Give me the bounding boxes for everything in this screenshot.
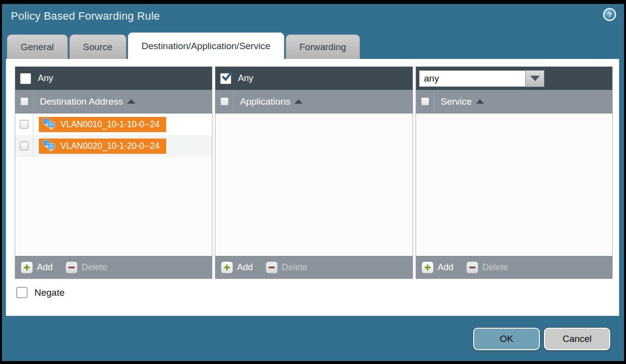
add-button-label: Add — [237, 262, 253, 273]
sort-ascending-icon — [476, 99, 484, 104]
applications-any-checkbox-checked[interactable] — [220, 73, 231, 84]
delete-button-label: Delete — [82, 262, 107, 273]
negate-row: Negate — [16, 287, 64, 298]
service-header-label[interactable]: Service — [441, 96, 472, 107]
destination-column-header: Destination Address — [15, 90, 212, 113]
delete-minus-icon — [65, 261, 78, 274]
applications-any-bar: Any — [215, 67, 413, 90]
delete-minus-icon — [466, 261, 478, 274]
destination-any-checkbox[interactable] — [20, 73, 31, 84]
add-plus-icon — [221, 261, 233, 274]
table-row: VLAN0020_10-1-20-0--24 — [15, 135, 212, 157]
applications-column-header: Applications — [215, 90, 413, 113]
sort-ascending-icon — [127, 99, 135, 104]
destination-toolbar: Add Delete — [15, 256, 212, 279]
tab-bar: General Source Destination/Application/S… — [7, 32, 360, 59]
address-object-label: VLAN0010_10-1-10-0--24 — [60, 119, 159, 130]
address-object-icon — [43, 118, 56, 130]
applications-any-label: Any — [238, 73, 253, 84]
service-select-all-checkbox[interactable] — [421, 97, 429, 106]
add-button-label: Add — [438, 262, 453, 273]
policy-based-forwarding-dialog: Policy Based Forwarding Rule General Sou… — [2, 4, 624, 361]
destination-header-label[interactable]: Destination Address — [40, 96, 123, 107]
tab-forwarding-label: Forwarding — [299, 42, 346, 53]
applications-header-label[interactable]: Applications — [240, 96, 290, 107]
negate-label: Negate — [34, 287, 64, 298]
chevron-down-icon — [530, 76, 540, 81]
negate-checkbox[interactable] — [16, 287, 28, 298]
delete-minus-icon — [266, 261, 278, 274]
destination-list: VLAN0010_10-1-10-0--24 — [15, 113, 212, 256]
address-object-icon — [43, 140, 56, 152]
destination-any-bar: Any — [15, 67, 212, 90]
add-button[interactable]: Add — [421, 261, 453, 274]
delete-button[interactable]: Delete — [65, 261, 107, 274]
address-object-label: VLAN0020_10-1-20-0--24 — [60, 141, 159, 151]
tab-destination-application-service-label: Destination/Application/Service — [142, 41, 270, 52]
service-dropdown — [419, 70, 544, 87]
delete-button-label: Delete — [282, 262, 307, 273]
dialog-title: Policy Based Forwarding Rule — [11, 10, 160, 23]
add-button[interactable]: Add — [221, 261, 253, 274]
destination-row-checkbox[interactable] — [20, 120, 29, 129]
tab-source[interactable]: Source — [69, 34, 126, 59]
applications-column: Any Applications Add — [215, 66, 413, 279]
add-plus-icon — [421, 261, 434, 274]
add-plus-icon — [21, 261, 33, 274]
service-dropdown-input[interactable] — [419, 70, 525, 87]
applications-select-all-checkbox[interactable] — [220, 97, 229, 106]
dialog-titlebar: Policy Based Forwarding Rule — [2, 4, 624, 31]
destination-select-all-checkbox[interactable] — [20, 97, 29, 106]
applications-toolbar: Add Delete — [215, 256, 413, 279]
help-icon[interactable] — [603, 8, 616, 21]
tab-forwarding[interactable]: Forwarding — [286, 34, 360, 59]
add-button-label: Add — [37, 262, 53, 273]
applications-list — [215, 113, 413, 256]
tab-general-label: General — [21, 42, 54, 53]
delete-button[interactable]: Delete — [266, 261, 307, 274]
service-dropdown-bar — [416, 67, 612, 90]
table-row: VLAN0010_10-1-10-0--24 — [15, 113, 212, 135]
tab-content-panel: Any Destination Address — [6, 59, 619, 316]
service-column: Service Add Delete — [416, 66, 613, 279]
tab-source-label: Source — [83, 42, 113, 53]
service-dropdown-button[interactable] — [525, 70, 544, 87]
add-button[interactable]: Add — [21, 261, 53, 274]
cancel-button[interactable]: Cancel — [544, 328, 610, 350]
service-column-header: Service — [416, 90, 612, 113]
tab-general[interactable]: General — [7, 34, 68, 59]
delete-button-label: Delete — [482, 262, 508, 273]
service-toolbar: Add Delete — [416, 256, 612, 279]
destination-row-checkbox[interactable] — [20, 141, 29, 150]
destination-any-label: Any — [38, 73, 53, 84]
delete-button[interactable]: Delete — [466, 261, 508, 274]
destination-address-column: Any Destination Address — [15, 66, 212, 279]
service-list — [416, 113, 612, 256]
address-object-chip[interactable]: VLAN0010_10-1-10-0--24 — [39, 117, 166, 132]
address-object-chip[interactable]: VLAN0020_10-1-20-0--24 — [39, 139, 166, 154]
sort-ascending-icon — [295, 99, 302, 104]
ok-button[interactable]: OK — [473, 328, 540, 350]
tab-destination-application-service[interactable]: Destination/Application/Service — [128, 32, 284, 59]
